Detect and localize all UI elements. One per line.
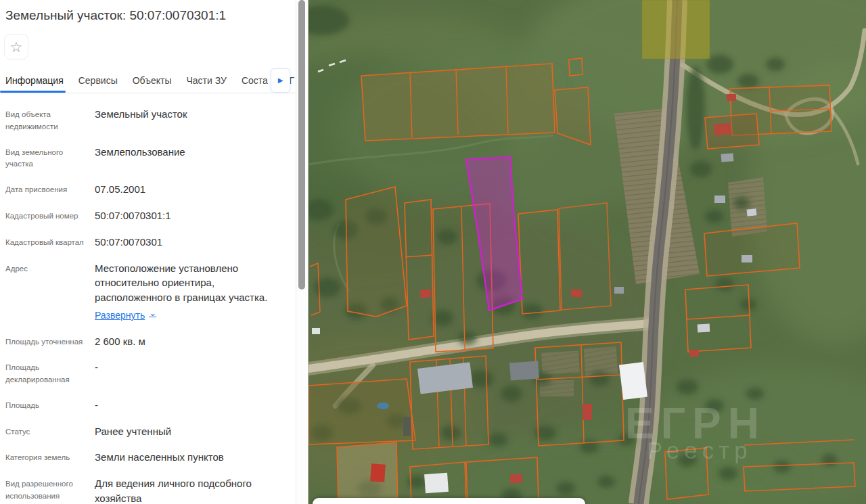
field-value: Для ведения личного подсобного хозяйства — [95, 476, 290, 504]
field-value: Земли населенных пунктов — [95, 450, 290, 465]
field-row: Площадь декларированная- — [5, 354, 290, 392]
field-row: Площадь- — [5, 392, 290, 419]
field-label: Вид объекта недвижимости — [5, 107, 95, 133]
field-value: - — [95, 398, 290, 413]
svg-text:Реестр: Реестр — [647, 437, 752, 463]
field-label: Площадь декларированная — [5, 360, 95, 386]
field-value: Местоположение установлено относительно … — [95, 261, 290, 323]
field-label: Вид земельного участка — [5, 145, 95, 171]
field-row: Площадь уточненная2 600 кв. м — [5, 329, 290, 355]
field-value: 50:07:0070301 — [95, 235, 290, 250]
field-row: Кадастровый номер50:07:0070301:1 — [5, 203, 290, 229]
field-label: Кадастровый номер — [5, 208, 95, 223]
field-row: Кадастровый квартал50:07:0070301 — [5, 229, 290, 256]
field-value: Землепользование — [95, 145, 290, 171]
field-list: Вид объекта недвижимостиЗемельный участо… — [0, 93, 296, 504]
tab-Объекты[interactable]: Объекты — [133, 75, 172, 86]
field-label: Категория земель — [5, 450, 95, 465]
field-value: Земельный участок — [95, 107, 290, 133]
field-label: Статус — [5, 424, 95, 439]
map-bottom-toolbar[interactable] — [313, 498, 585, 504]
tab-bar: ИнформацияСервисыОбъектыЧасти ЗУСостаГ ▶ — [0, 68, 296, 93]
tab-Информация[interactable]: Информация — [5, 75, 64, 86]
field-value: - — [95, 360, 290, 386]
field-label: Вид разрешенного использования — [5, 476, 95, 504]
tab-Соста[interactable]: Соста — [242, 75, 268, 86]
field-row: Вид разрешенного использованияДля ведени… — [5, 471, 290, 504]
field-row: АдресМестоположение установлено относите… — [5, 256, 290, 329]
field-row: Вид объекта недвижимостиЗемельный участо… — [5, 101, 290, 139]
field-label: Дата присвоения — [5, 182, 95, 197]
field-value: 2 600 кв. м — [95, 334, 290, 349]
chevron-down-icon: ⌄ — [149, 307, 156, 320]
expand-address-link[interactable]: Развернуть⌄ — [95, 308, 156, 322]
field-row: Дата присвоения07.05.2001 — [5, 177, 290, 203]
field-label: Площадь — [5, 398, 95, 413]
star-icon: ☆ — [10, 40, 23, 54]
field-row: Категория земельЗемли населенных пунктов — [5, 444, 290, 471]
field-value: 07.05.2001 — [95, 182, 290, 197]
field-row: Вид земельного участкаЗемлепользование — [5, 139, 290, 177]
tab-Части ЗУ[interactable]: Части ЗУ — [186, 75, 226, 86]
chevron-right-icon: ▶ — [278, 76, 283, 84]
active-tab-underline — [0, 91, 66, 93]
panel-scrollbar[interactable] — [296, 0, 308, 504]
field-label: Адрес — [5, 261, 95, 323]
highlighted-zone — [642, 0, 710, 59]
field-value: 50:07:0070301:1 — [95, 208, 290, 223]
page-title: Земельный участок: 50:07:0070301:1 — [5, 8, 290, 23]
panel-scrollbar-thumb[interactable] — [298, 0, 305, 290]
tab-Сервисы[interactable]: Сервисы — [78, 75, 118, 86]
tabs-scroll-right-button[interactable]: ▶ — [271, 68, 290, 93]
favorite-button[interactable]: ☆ — [4, 34, 28, 60]
field-label: Площадь уточненная — [5, 334, 95, 349]
field-label: Кадастровый квартал — [5, 235, 95, 250]
watermark: ЕГРН Реестр — [625, 399, 766, 463]
satellite-map[interactable]: ЕГРН Реестр — [308, 0, 866, 504]
field-value: Ранее учтенный — [95, 424, 290, 439]
info-panel: Земельный участок: 50:07:0070301:1 ☆ Инф… — [0, 0, 296, 504]
field-row: СтатусРанее учтенный — [5, 419, 290, 445]
